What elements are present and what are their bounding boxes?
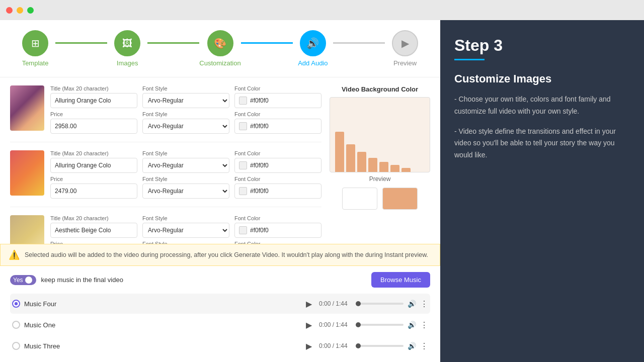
fontstyle2-label-2: Font Style — [142, 176, 229, 182]
color-swatch-2b — [239, 187, 247, 195]
music-controls-four: ▶ 0:00 / 1:44 🔊 ⋮ — [303, 298, 428, 310]
notice-text: Selected audio will be added to the vide… — [25, 251, 428, 258]
content-area: Title (Max 20 character) Font Style Arvo… — [0, 77, 440, 244]
item-fields-2: Title (Max 20 character) Font Style Arvo… — [50, 150, 321, 199]
more-button-four[interactable]: ⋮ — [420, 299, 428, 309]
field-fontcolor1-1: Font Color #f0f0f0 — [234, 85, 321, 108]
play-button-three[interactable]: ▶ — [303, 340, 315, 352]
bar-7 — [401, 168, 411, 172]
music-item-three[interactable]: Music Three ▶ 0:00 / 1:44 🔊 ⋮ — [10, 336, 430, 356]
fontstyle2-select-1[interactable]: Arvo-Regular — [142, 119, 229, 134]
time-three: 0:00 / 1:44 — [319, 342, 354, 349]
color-swatch-3a — [239, 226, 247, 234]
item-image-3 — [10, 215, 44, 244]
fontcolor2-input-1[interactable]: #f0f0f0 — [234, 119, 321, 134]
step-line-4 — [333, 42, 385, 44]
radio-music-four[interactable] — [12, 300, 20, 308]
traffic-light-red[interactable] — [6, 7, 13, 14]
volume-button-three[interactable]: 🔊 — [408, 342, 416, 350]
color-swatches-row — [330, 188, 430, 210]
audio-section: Yes keep music in the final video Browse… — [0, 266, 440, 362]
fontcolor2-label-1: Font Color — [234, 111, 321, 117]
swatch-white[interactable] — [342, 188, 377, 210]
title-input-2[interactable] — [50, 158, 137, 173]
fontstyle2-select-2[interactable]: Arvo-Regular — [142, 184, 229, 199]
step-preview[interactable]: ▶ Preview — [385, 30, 425, 67]
step-customization[interactable]: 🎨 Customization — [199, 30, 240, 67]
fontstyle1-label-1: Font Style — [142, 85, 229, 92]
music-item-one[interactable]: Music One ▶ 0:00 / 1:44 🔊 ⋮ — [10, 315, 430, 335]
fontcolor1-input-2[interactable]: #f0f0f0 — [234, 158, 321, 173]
progress-four[interactable] — [358, 303, 404, 305]
toggle-label: Yes — [13, 277, 23, 284]
fontcolor1-input-3[interactable]: #f0f0f0 — [234, 223, 321, 238]
video-bg-area: Video Background Color Preview — [330, 85, 430, 236]
play-button-one[interactable]: ▶ — [303, 319, 315, 331]
traffic-light-green[interactable] — [27, 7, 34, 14]
step-images[interactable]: 🖼 Images — [107, 30, 147, 67]
more-button-one[interactable]: ⋮ — [420, 320, 428, 330]
color-swatch-2a — [239, 161, 247, 169]
fontcolor1-label-1: Font Color — [234, 85, 321, 92]
vbg-preview-box[interactable] — [330, 97, 430, 172]
fontcolor1-input-1[interactable]: #f0f0f0 — [234, 93, 321, 108]
price-input-1[interactable] — [50, 119, 137, 134]
bar-5 — [379, 162, 388, 172]
fontcolor1-label-2: Font Color — [234, 150, 321, 156]
item-fields-3: Title (Max 20 character) Font Style Arvo… — [50, 215, 321, 244]
progress-three[interactable] — [358, 345, 404, 347]
more-button-three[interactable]: ⋮ — [420, 341, 428, 351]
right-body-1: - Choose your own title, colors and font… — [454, 94, 630, 118]
price-input-2[interactable] — [50, 184, 137, 199]
step-divider — [454, 59, 485, 60]
fontcolor2-label-2: Font Color — [234, 176, 321, 182]
price-label-1: Price — [50, 111, 137, 117]
play-button-four[interactable]: ▶ — [303, 298, 315, 310]
step-customization-circle: 🎨 — [207, 30, 233, 56]
right-body-2: - Video style define the transitions and… — [454, 126, 630, 161]
title-label-3: Title (Max 20 character) — [50, 215, 137, 221]
browse-music-button[interactable]: Browse Music — [371, 272, 430, 288]
radio-music-one[interactable] — [12, 321, 20, 329]
progress-one[interactable] — [358, 324, 404, 326]
music-controls-one: ▶ 0:00 / 1:44 🔊 ⋮ — [303, 319, 428, 331]
items-list: Title (Max 20 character) Font Style Arvo… — [10, 85, 321, 236]
volume-button-four[interactable]: 🔊 — [408, 300, 416, 308]
progress-dot-three — [356, 343, 361, 348]
time-four: 0:00 / 1:44 — [319, 300, 354, 307]
keep-music-label: keep music in the final video — [41, 276, 123, 284]
step-add-audio[interactable]: 🔊 Add Audio — [293, 30, 333, 67]
field-fontcolor1-3: Font Color #f0f0f0 — [234, 215, 321, 238]
music-item-four[interactable]: Music Four ▶ 0:00 / 1:44 🔊 ⋮ — [10, 294, 430, 314]
step-preview-circle: ▶ — [392, 30, 418, 56]
music-name-three: Music Three — [24, 342, 303, 350]
step-template[interactable]: ⊞ Template — [15, 30, 55, 67]
title-input-1[interactable] — [50, 93, 137, 108]
traffic-light-yellow[interactable] — [17, 7, 23, 14]
field-price-2: Price — [50, 176, 137, 199]
progress-dot-one — [356, 322, 361, 327]
swatch-peach[interactable] — [382, 188, 418, 210]
title-input-3[interactable] — [50, 223, 137, 238]
audio-top: Yes keep music in the final video Browse… — [10, 272, 430, 288]
fontcolor2-input-2[interactable]: #f0f0f0 — [234, 184, 321, 199]
volume-button-one[interactable]: 🔊 — [408, 321, 416, 329]
step-preview-label: Preview — [393, 59, 417, 67]
color-swatch-1b — [239, 122, 247, 130]
fontcolor1-value-2: #f0f0f0 — [250, 162, 269, 169]
vbg-label: Video Background Color — [330, 85, 430, 93]
item-row-3: Title (Max 20 character) Font Style Arvo… — [10, 215, 321, 244]
field-fontstyle2-2: Font Style Arvo-Regular — [142, 176, 229, 199]
fontstyle1-select-2[interactable]: Arvo-Regular — [142, 158, 229, 173]
step-line-2 — [147, 42, 199, 44]
color-swatch-1a — [239, 97, 247, 105]
item-image-1 — [10, 85, 44, 131]
fontstyle1-select-1[interactable]: Arvo-Regular — [142, 93, 229, 108]
price-label-2: Price — [50, 176, 137, 182]
bar-1 — [335, 132, 344, 172]
fontstyle1-select-3[interactable]: Arvo-Regular — [142, 223, 229, 238]
fontcolor1-label-3: Font Color — [234, 215, 321, 221]
radio-music-three[interactable] — [12, 342, 20, 350]
toggle-yes[interactable]: Yes — [10, 275, 36, 285]
right-panel-title: Customize Images — [454, 72, 630, 85]
